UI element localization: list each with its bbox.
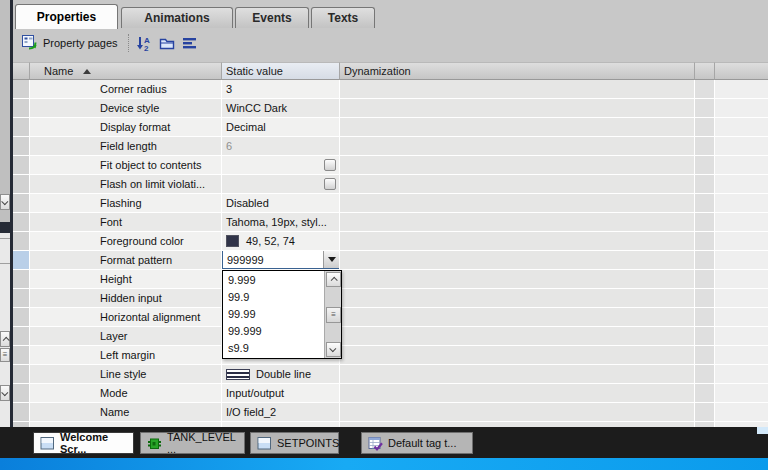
property-name-cell[interactable]: Device style xyxy=(30,99,221,117)
dynamization-cell[interactable] xyxy=(340,80,694,98)
property-row[interactable]: Line style Double line xyxy=(13,365,768,383)
property-row[interactable]: Device style WinCC Dark xyxy=(13,99,768,117)
dynamization-cell[interactable] xyxy=(340,156,694,174)
row-selector-cell[interactable] xyxy=(13,232,29,250)
row-selector-cell[interactable] xyxy=(13,251,29,269)
tab-texts[interactable]: Texts xyxy=(311,7,375,28)
format-pattern-combobox[interactable]: 999999 xyxy=(222,251,339,269)
property-name-cell[interactable]: Line style xyxy=(30,365,221,383)
property-pages-button[interactable]: Property pages xyxy=(17,31,122,54)
property-row[interactable]: Hidden input xyxy=(13,289,768,307)
column-header-name[interactable]: Name xyxy=(30,62,222,80)
dropdown-option[interactable]: 9.999 xyxy=(224,272,324,289)
property-row[interactable]: Field length 6 xyxy=(13,137,768,155)
row-selector-cell[interactable] xyxy=(13,403,29,421)
dropdown-option[interactable]: 99.9 xyxy=(224,289,324,306)
dynamization-cell[interactable] xyxy=(340,403,694,421)
property-row[interactable]: Left margin xyxy=(13,346,768,364)
dynamization-cell[interactable] xyxy=(340,213,694,231)
tab-properties[interactable]: Properties xyxy=(15,4,118,29)
property-name-cell[interactable]: Field length xyxy=(30,137,221,155)
scrollbar-thumb[interactable]: ≡ xyxy=(0,348,10,362)
dynamization-cell[interactable] xyxy=(340,251,694,269)
row-selector-cell[interactable] xyxy=(13,118,29,136)
row-selector-cell[interactable] xyxy=(13,175,29,193)
taskbar-button-welcome-scr[interactable]: Welcome Scr... xyxy=(33,432,134,454)
property-value-cell[interactable]: 3 xyxy=(222,80,339,98)
dropdown-scrollbar-thumb[interactable]: ≡ xyxy=(326,307,341,323)
property-row[interactable]: Format pattern 999999 xyxy=(13,251,768,269)
row-selector-cell[interactable] xyxy=(13,213,29,231)
property-row[interactable]: Layer xyxy=(13,327,768,345)
dynamization-cell[interactable] xyxy=(340,270,694,288)
folder-view-icon[interactable] xyxy=(159,34,176,51)
property-row[interactable]: Flash on limit violati... xyxy=(13,175,768,193)
property-name-cell[interactable]: Corner radius xyxy=(30,80,221,98)
property-row[interactable]: Fit object to contents xyxy=(13,156,768,174)
property-value-cell[interactable]: Disabled xyxy=(222,194,339,212)
dynamization-cell[interactable] xyxy=(340,99,694,117)
scroll-down-button[interactable] xyxy=(0,385,10,401)
property-name-cell[interactable]: Horizontal alignment xyxy=(30,308,221,326)
property-name-cell[interactable]: Left margin xyxy=(30,346,221,364)
taskbar-button-setpoints[interactable]: SETPOINTS xyxy=(250,432,339,454)
property-value-cell[interactable] xyxy=(222,175,339,193)
property-row[interactable]: Display format Decimal xyxy=(13,118,768,136)
scroll-down-button[interactable] xyxy=(0,194,10,210)
tab-animations[interactable]: Animations xyxy=(121,7,233,28)
property-value-cell[interactable]: WinCC Dark xyxy=(222,99,339,117)
dynamization-cell[interactable] xyxy=(340,365,694,383)
property-name-cell[interactable]: Hidden input xyxy=(30,289,221,307)
dynamization-cell[interactable] xyxy=(340,194,694,212)
row-selector-cell[interactable] xyxy=(13,384,29,402)
property-name-cell[interactable]: Layer xyxy=(30,327,221,345)
property-row[interactable]: Foreground color 49, 52, 74 xyxy=(13,232,768,250)
dropdown-scroll-up-button[interactable] xyxy=(326,272,341,287)
dynamization-cell[interactable] xyxy=(340,175,694,193)
column-header-static-value[interactable]: Static value xyxy=(222,62,340,80)
property-row[interactable]: Horizontal alignment xyxy=(13,308,768,326)
property-row[interactable]: Mode Input/output xyxy=(13,384,768,402)
property-value-cell[interactable]: Double line xyxy=(222,365,339,383)
property-row[interactable]: Name I/O field_2 xyxy=(13,403,768,421)
property-name-cell[interactable]: Font xyxy=(30,213,221,231)
property-row[interactable]: Font Tahoma, 19px, styl... xyxy=(13,213,768,231)
property-value-cell[interactable]: Input/output xyxy=(222,384,339,402)
property-value-cell[interactable]: I/O field_2 xyxy=(222,403,339,421)
row-selector-cell[interactable] xyxy=(13,327,29,345)
dropdown-option[interactable]: 99.999 xyxy=(224,323,324,340)
property-value-cell[interactable]: Tahoma, 19px, styl... xyxy=(222,213,339,231)
dynamization-cell[interactable] xyxy=(340,327,694,345)
dynamization-cell[interactable] xyxy=(340,384,694,402)
row-selector-cell[interactable] xyxy=(13,365,29,383)
property-value-cell[interactable]: Decimal xyxy=(222,118,339,136)
taskbar-button-default-tag-t[interactable]: Default tag t... xyxy=(361,432,473,454)
row-selector-cell[interactable] xyxy=(13,270,29,288)
dropdown-scroll-down-button[interactable] xyxy=(326,342,341,357)
property-name-cell[interactable]: Display format xyxy=(30,118,221,136)
scroll-up-button[interactable] xyxy=(0,331,10,347)
dropdown-option[interactable]: s9.9 xyxy=(224,340,324,357)
dynamization-cell[interactable] xyxy=(340,137,694,155)
dropdown-option[interactable]: 99.99 xyxy=(224,306,324,323)
taskbar-button-tank-level[interactable]: TANK_LEVEL ... xyxy=(140,432,245,454)
tab-events[interactable]: Events xyxy=(235,7,309,28)
property-name-cell[interactable]: Fit object to contents xyxy=(30,156,221,174)
property-value-cell[interactable]: 6 xyxy=(222,137,339,155)
checkbox-unchecked[interactable] xyxy=(324,178,336,190)
property-name-cell[interactable]: Name xyxy=(30,403,221,421)
property-row[interactable]: Flashing Disabled xyxy=(13,194,768,212)
property-value-cell[interactable]: 49, 52, 74 xyxy=(222,232,339,250)
property-value-cell[interactable]: 999999 xyxy=(222,251,339,269)
row-selector-cell[interactable] xyxy=(13,156,29,174)
property-row[interactable]: Height xyxy=(13,270,768,288)
property-name-cell[interactable]: Format pattern xyxy=(30,251,221,269)
color-swatch[interactable] xyxy=(226,235,239,247)
list-view-icon[interactable] xyxy=(182,34,199,51)
property-name-cell[interactable]: Mode xyxy=(30,384,221,402)
row-selector-cell[interactable] xyxy=(13,137,29,155)
dynamization-cell[interactable] xyxy=(340,232,694,250)
dynamization-cell[interactable] xyxy=(340,118,694,136)
row-selector-cell[interactable] xyxy=(13,346,29,364)
property-name-cell[interactable]: Height xyxy=(30,270,221,288)
